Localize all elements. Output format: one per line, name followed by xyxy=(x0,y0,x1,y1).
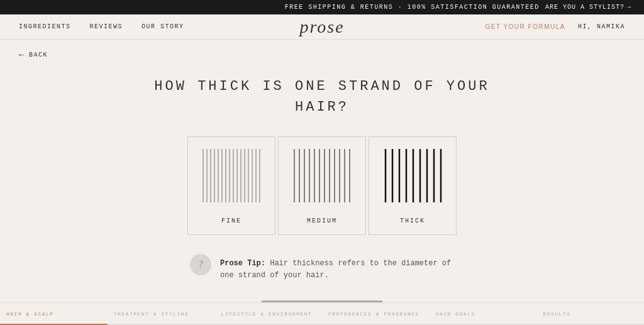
option-medium[interactable]: MEDIUM xyxy=(278,136,366,235)
medium-hair-image xyxy=(284,146,360,202)
nav-links: INGREDIENTS REVIEWS OUR STORY xyxy=(19,23,184,30)
step-lifestyle-label: LIFESTYLE & ENVIRONMENT xyxy=(221,311,312,317)
stylist-text: ARE YOU A STYLIST? xyxy=(545,4,625,11)
medium-label: MEDIUM xyxy=(307,209,337,234)
progress-step-hair-goals: HAIR GOALS xyxy=(430,303,537,325)
option-fine[interactable]: FINE xyxy=(187,136,275,235)
tip-text: Prose Tip: Hair thickness refers to the … xyxy=(220,254,454,282)
step-hair-goals-label: HAIR GOALS xyxy=(436,311,475,317)
step-preferences-label: PREFERENCES & FRAGRANCE xyxy=(328,311,419,317)
stylist-link[interactable]: ARE YOU A STYLIST? → xyxy=(545,4,631,11)
nav-actions: GET YOUR FORMULA HI, NAMIKA xyxy=(485,23,625,30)
stylist-arrow: → xyxy=(627,4,631,11)
navigation: INGREDIENTS REVIEWS OUR STORY prose GET … xyxy=(0,14,644,40)
back-button[interactable]: ← BACK xyxy=(0,40,644,70)
question-title: HOW THICK IS ONE STRAND OF YOUR HAIR? xyxy=(154,76,489,118)
fine-label: FINE xyxy=(221,209,242,234)
step-hair-scalp-label: HAIR & SCALP xyxy=(6,311,54,317)
promo-text: FREE SHIPPING & RETURNS · 100% SATISFACT… xyxy=(279,4,545,11)
tip-prefix: Prose Tip: xyxy=(220,259,265,268)
progress-step-treatment-styling: TREATMENT & STYLING xyxy=(108,303,215,325)
logo: prose xyxy=(299,17,344,37)
back-label: BACK xyxy=(29,52,48,58)
user-greeting: HI, NAMIKA xyxy=(578,23,625,30)
thick-hair-image xyxy=(375,146,450,202)
nav-reviews[interactable]: REVIEWS xyxy=(90,23,123,30)
hair-thickness-options: FINE xyxy=(186,136,458,235)
option-thick[interactable]: THICK xyxy=(369,136,457,235)
top-banner: FREE SHIPPING & RETURNS · 100% SATISFACT… xyxy=(0,0,644,14)
tip-icon: ? xyxy=(190,254,211,275)
get-formula-button[interactable]: GET YOUR FORMULA xyxy=(485,23,565,30)
nav-our-story[interactable]: OUR STORY xyxy=(142,23,184,30)
progress-step-hair-scalp: HAIR & SCALP xyxy=(0,303,108,325)
back-arrow-icon: ← xyxy=(19,50,25,60)
fine-hair-image xyxy=(194,146,269,202)
main-content: HOW THICK IS ONE STRAND OF YOUR HAIR? xyxy=(0,70,644,325)
nav-ingredients[interactable]: INGREDIENTS xyxy=(19,23,71,30)
step-treatment-label: TREATMENT & STYLING xyxy=(114,311,189,317)
thick-label: THICK xyxy=(400,209,425,234)
progress-step-lifestyle: LIFESTYLE & ENVIRONMENT xyxy=(214,303,322,325)
step-results-label: RESULTS xyxy=(543,311,570,317)
progress-step-preferences: PREFERENCES & FRAGRANCE xyxy=(322,303,430,325)
prose-tip: ? Prose Tip: Hair thickness refers to th… xyxy=(190,254,454,282)
progress-step-results: RESULTS xyxy=(536,303,644,325)
progress-footer: HAIR & SCALP TREATMENT & STYLING LIFESTY… xyxy=(0,302,644,325)
